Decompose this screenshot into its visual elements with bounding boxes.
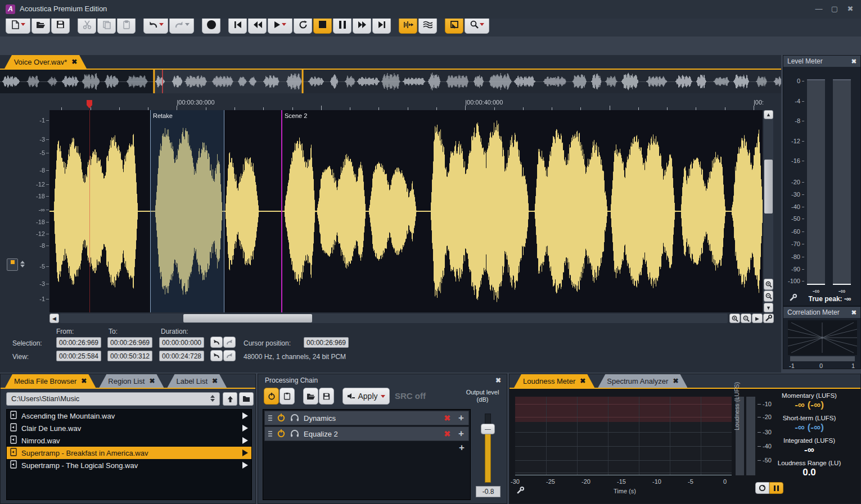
- headphones-icon[interactable]: [290, 414, 299, 423]
- file-row[interactable]: Clair De Lune.wav: [7, 422, 251, 434]
- vertical-scroll-thumb[interactable]: [764, 160, 773, 214]
- processing-chain-close-icon[interactable]: ✖: [495, 376, 501, 384]
- new-file-dropdown-icon[interactable]: [21, 23, 25, 26]
- path-select[interactable]: C:\Users\Stian\Music: [6, 392, 220, 406]
- save-icon: [323, 393, 330, 400]
- marker-scene2-line[interactable]: [281, 110, 282, 312]
- file-row[interactable]: Ascending the Mountain.wav: [7, 410, 251, 422]
- horizontal-zoom-out-button[interactable]: [741, 314, 751, 323]
- drag-handle-icon[interactable]: [268, 415, 272, 421]
- chain-save-button[interactable]: [319, 388, 334, 405]
- selection-from-field[interactable]: 00:00:26:969: [56, 337, 101, 348]
- file-list[interactable]: Ascending the Mountain.wavClair De Lune.…: [6, 409, 252, 500]
- vertical-zoom-in-button[interactable]: [764, 279, 773, 290]
- level-meter-titlebar[interactable]: Level Meter ✖: [783, 56, 860, 67]
- chain-item[interactable]: Equalize 2✖+: [264, 426, 469, 441]
- minimize-button[interactable]: —: [814, 4, 823, 13]
- apply-button[interactable]: Apply: [342, 388, 390, 405]
- chain-paste-button[interactable]: [280, 388, 295, 405]
- tab-close-icon[interactable]: ✖: [212, 377, 218, 385]
- level-meter-settings-button[interactable]: [789, 294, 797, 304]
- loudness-pause-button[interactable]: [769, 482, 783, 494]
- loudness-settings-button[interactable]: [516, 487, 524, 497]
- view-undo-button[interactable]: [210, 350, 223, 361]
- path-spinner-icon[interactable]: [210, 395, 215, 402]
- preview-play-icon[interactable]: [242, 425, 248, 432]
- tab-close-icon[interactable]: ✖: [149, 377, 155, 385]
- undo-dropdown-icon[interactable]: [159, 23, 164, 26]
- output-slider-handle[interactable]: [481, 424, 495, 434]
- output-level-value[interactable]: -0.8: [476, 486, 501, 497]
- zoom-dropdown-icon[interactable]: [480, 23, 484, 26]
- remove-effect-icon[interactable]: ✖: [444, 414, 450, 423]
- cursor-position-field[interactable]: 00:00:26:969: [304, 337, 349, 348]
- redo-dropdown-icon[interactable]: [185, 23, 190, 26]
- horizontal-zoom-in-button[interactable]: [729, 314, 740, 323]
- add-effect-icon[interactable]: +: [458, 412, 464, 424]
- view-duration-field[interactable]: 00:00:24:728: [159, 351, 204, 361]
- add-effect-icon[interactable]: +: [458, 428, 464, 439]
- db-scale-label: -5: [25, 149, 45, 156]
- headphones-icon[interactable]: [290, 429, 299, 439]
- file-row[interactable]: Supertramp - Breakfast in America.wav: [7, 447, 251, 459]
- scroll-up-button[interactable]: ▲: [764, 110, 773, 119]
- region-retake[interactable]: Retake: [150, 110, 224, 312]
- loudness-reset-button[interactable]: [755, 482, 769, 494]
- level-scale-label: -4: [786, 98, 800, 105]
- chain-list[interactable]: Dynamics✖+Equalize 2✖++: [263, 409, 471, 500]
- channel-select-button[interactable]: [7, 258, 18, 271]
- effect-power-icon[interactable]: [277, 429, 286, 439]
- level-meter-close-icon[interactable]: ✖: [851, 58, 857, 65]
- drag-handle-icon[interactable]: [268, 431, 272, 437]
- scroll-left-button[interactable]: ◀: [49, 314, 59, 323]
- media-tab-region-list[interactable]: Region List✖: [99, 374, 164, 388]
- media-tab-label-list[interactable]: Label List✖: [167, 374, 227, 388]
- chain-item[interactable]: Dynamics✖+: [264, 411, 469, 425]
- vertical-zoom-out-button[interactable]: [764, 290, 773, 302]
- document-tab-close-icon[interactable]: ✖: [71, 58, 77, 66]
- close-button[interactable]: ✖: [846, 4, 855, 13]
- horizontal-scroll-thumb[interactable]: [183, 314, 312, 323]
- append-effect-button[interactable]: +: [263, 442, 470, 453]
- apply-dropdown-icon[interactable]: [381, 395, 385, 398]
- correlation-meter-close-icon[interactable]: ✖: [851, 309, 857, 316]
- selection-to-field[interactable]: 00:00:26:969: [107, 337, 152, 348]
- horizontal-scrollbar[interactable]: [60, 314, 728, 323]
- file-row[interactable]: Supertramp - The Logical Song.wav: [7, 459, 251, 471]
- folder-up-button[interactable]: [223, 392, 237, 406]
- effect-power-icon[interactable]: [277, 413, 286, 424]
- preview-play-icon[interactable]: [242, 449, 248, 456]
- timeline-ruler[interactable]: |00:00:30:000|00:00:40:000|00:00:50:000: [49, 98, 763, 110]
- loudness-tab-loudness-meter[interactable]: Loudness Meter✖: [514, 374, 594, 388]
- tab-close-icon[interactable]: ✖: [81, 377, 87, 385]
- correlation-meter-titlebar[interactable]: Correlation Meter ✖: [783, 307, 860, 318]
- browse-folder-button[interactable]: [239, 392, 254, 406]
- zoom-settings-button[interactable]: [763, 314, 774, 323]
- maximize-button[interactable]: ▢: [830, 4, 839, 13]
- waveform-canvas-area[interactable]: Retake Scene 2: [49, 110, 763, 312]
- tab-close-icon[interactable]: ✖: [673, 377, 678, 385]
- view-redo-button[interactable]: [223, 350, 236, 361]
- selection-undo-button[interactable]: [210, 337, 223, 348]
- chain-power-button[interactable]: [264, 388, 279, 405]
- loudness-tab-spectrum-analyzer[interactable]: Spectrum Analyzer✖: [598, 374, 687, 388]
- remove-effect-icon[interactable]: ✖: [444, 429, 450, 438]
- document-tab[interactable]: Voice Over.wav* ✖: [4, 55, 87, 69]
- waveform-overview[interactable]: [0, 70, 781, 93]
- scroll-down-button[interactable]: ▼: [764, 303, 773, 312]
- tab-close-icon[interactable]: ✖: [580, 377, 585, 385]
- preview-play-icon[interactable]: [242, 437, 248, 444]
- chain-open-button[interactable]: [303, 388, 318, 405]
- loudness-x-tick: -10: [652, 478, 661, 485]
- channel-spinner[interactable]: [20, 261, 25, 267]
- file-row[interactable]: Nimrod.wav: [7, 434, 251, 447]
- media-tab-media-file-browser[interactable]: Media File Browser✖: [5, 374, 96, 388]
- view-to-field[interactable]: 00:00:50:312: [107, 351, 152, 361]
- selection-redo-button[interactable]: [223, 337, 236, 348]
- scroll-right-button[interactable]: ▶: [752, 314, 763, 323]
- view-from-field[interactable]: 00:00:25:584: [56, 351, 101, 361]
- preview-play-icon[interactable]: [242, 412, 248, 419]
- play-dropdown-icon[interactable]: [282, 23, 286, 26]
- selection-duration-field[interactable]: 00:00:00:000: [159, 337, 204, 348]
- preview-play-icon[interactable]: [242, 462, 248, 469]
